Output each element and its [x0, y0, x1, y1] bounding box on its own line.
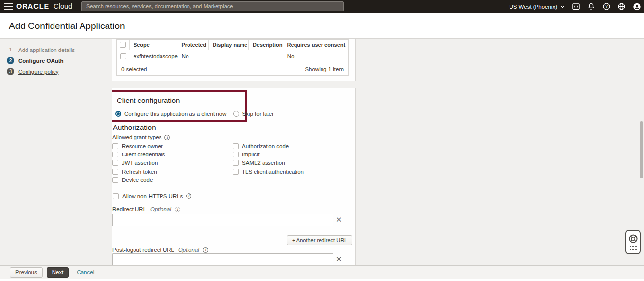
client-configuration-heading: Client configuration: [117, 96, 245, 104]
cell-scope: exfhtestodascope: [130, 53, 178, 59]
checkbox-authorization-code[interactable]: [233, 143, 239, 149]
checkbox-label: Resource owner: [122, 143, 163, 149]
col-protected: Protected: [177, 40, 209, 50]
row-checkbox[interactable]: [120, 53, 126, 59]
radio-configure-as-client-now[interactable]: [115, 111, 121, 117]
menu-icon[interactable]: [4, 3, 13, 10]
step-number: 2: [7, 57, 14, 64]
col-display-name: Display name: [209, 40, 249, 50]
scopes-table-header: Scope Protected Display name Description…: [117, 40, 348, 50]
info-icon[interactable]: i: [186, 193, 191, 199]
optional-label: Optional: [150, 206, 171, 212]
checkbox-jwt-assertion[interactable]: [112, 160, 118, 166]
checkbox-label: Authorization code: [242, 143, 289, 149]
oracle-cloud-console: ORACLE Cloud US West (Phoenix) ?: [0, 0, 644, 281]
checkbox-device-code[interactable]: [112, 177, 118, 183]
checkbox-label: Allow non-HTTPS URLs: [122, 193, 183, 199]
radio-skip-for-later[interactable]: [233, 111, 239, 117]
checkbox-tls-client-authentication[interactable]: [233, 169, 239, 175]
checkbox-label: SAML2 assertion: [242, 160, 285, 166]
radio-label: Skip for later: [242, 111, 274, 117]
step-label: Configure policy: [18, 69, 58, 75]
oauth-config-panel: Client configuration Configure this appl…: [112, 88, 356, 266]
checkbox-label: Device code: [122, 177, 153, 183]
wizard-content: 1 Add application details 2 Configure OA…: [0, 39, 644, 265]
checkbox-label: Client credentials: [122, 152, 165, 157]
step-add-application-details: 1 Add application details: [7, 46, 75, 53]
checkbox-label: TLS client authentication: [242, 169, 304, 175]
region-label: US West (Phoenix): [509, 4, 557, 10]
topbar: ORACLE Cloud US West (Phoenix) ?: [0, 0, 644, 13]
step-configure-oauth: 2 Configure OAuth: [7, 57, 75, 64]
step-configure-policy[interactable]: 3 Configure policy: [7, 68, 75, 75]
search-input[interactable]: [81, 1, 344, 11]
info-icon[interactable]: i: [203, 247, 208, 253]
chevron-down-icon: [560, 5, 565, 8]
step-number: 3: [7, 68, 14, 75]
checkbox-label: Implicit: [242, 152, 260, 157]
scopes-table: Scope Protected Display name Description…: [116, 39, 349, 63]
col-scope: Scope: [130, 40, 178, 50]
post-logout-url-input[interactable]: [112, 253, 333, 266]
svg-text:?: ?: [605, 4, 608, 9]
post-logout-url-label: Post-logout redirect URL: [112, 247, 174, 253]
language-globe-icon[interactable]: [617, 2, 626, 11]
col-description: Description: [249, 40, 283, 50]
wizard-steps: 1 Add application details 2 Configure OA…: [7, 46, 75, 78]
another-redirect-url-button[interactable]: + Another redirect URL: [287, 235, 352, 245]
cell-protected: No: [178, 53, 209, 59]
scopes-panel: Scope Protected Display name Description…: [112, 39, 356, 81]
allowed-grant-types-row: Allowed grant types i: [112, 134, 170, 140]
checkbox-client-credentials[interactable]: [112, 152, 118, 157]
page-title: Add Confidential Application: [9, 21, 125, 31]
checkbox-label: JWT assertion: [122, 160, 158, 166]
help-launcher-widget[interactable]: [625, 230, 641, 254]
help-icon[interactable]: ?: [602, 2, 611, 11]
clear-post-logout-url-icon[interactable]: ✕: [336, 255, 342, 263]
vertical-scrollbar-thumb[interactable]: [640, 121, 643, 178]
lifebuoy-icon: [628, 234, 638, 244]
info-icon[interactable]: i: [175, 207, 180, 212]
brand-cloud: Cloud: [54, 2, 72, 10]
showing-count: Showing 1 item: [305, 66, 344, 72]
cancel-link[interactable]: Cancel: [77, 269, 94, 275]
previous-button[interactable]: Previous: [10, 267, 43, 278]
col-requires-user-consent: Requires user consent: [283, 40, 348, 50]
redirect-url-label-row: Redirect URL Optional i: [112, 206, 180, 212]
select-all-checkbox[interactable]: [120, 42, 126, 48]
step-number: 1: [7, 46, 14, 53]
cloud-shell-icon[interactable]: [572, 2, 580, 11]
post-logout-url-label-row: Post-logout redirect URL Optional i: [112, 247, 208, 253]
optional-label: Optional: [178, 247, 199, 253]
step-label: Configure OAuth: [18, 58, 64, 64]
wizard-footer: Previous Next Cancel: [0, 265, 644, 279]
checkbox-implicit[interactable]: [233, 152, 239, 157]
allowed-grant-types-label: Allowed grant types: [112, 134, 161, 140]
checkbox-allow-non-https[interactable]: [113, 193, 119, 199]
next-button[interactable]: Next: [47, 267, 69, 278]
user-avatar-icon[interactable]: [633, 2, 641, 11]
cell-requires-user-consent: No: [283, 53, 348, 59]
checkbox-refresh-token[interactable]: [112, 169, 118, 175]
authorization-heading: Authorization: [113, 123, 156, 131]
client-configuration-radios: Configure this application as a client n…: [115, 111, 245, 117]
selected-count: 0 selected: [121, 66, 147, 72]
grant-types-left-column: Resource owner Client credentials JWT as…: [112, 142, 165, 184]
brand-oracle: ORACLE: [16, 2, 49, 10]
checkbox-saml2-assertion[interactable]: [233, 160, 239, 166]
notifications-bell-icon[interactable]: [587, 2, 595, 11]
step-label: Add application details: [18, 47, 75, 53]
redirect-url-label: Redirect URL: [112, 206, 146, 212]
client-configuration-highlight: Client configuration Configure this appl…: [112, 90, 247, 122]
brand-logo[interactable]: ORACLE Cloud: [16, 2, 72, 10]
region-selector[interactable]: US West (Phoenix): [509, 4, 565, 10]
scopes-table-footer: 0 selected Showing 1 item: [116, 63, 349, 76]
info-icon[interactable]: i: [164, 135, 170, 140]
page-header: Add Confidential Application: [0, 13, 644, 39]
table-row: exfhtestodascope No No: [117, 50, 348, 63]
clear-redirect-url-icon[interactable]: ✕: [336, 216, 342, 223]
redirect-url-input[interactable]: [112, 214, 333, 226]
checkbox-resource-owner[interactable]: [112, 143, 118, 149]
dots-grid-icon: [630, 246, 637, 250]
grant-types-right-column: Authorization code Implicit SAML2 assert…: [233, 142, 304, 176]
